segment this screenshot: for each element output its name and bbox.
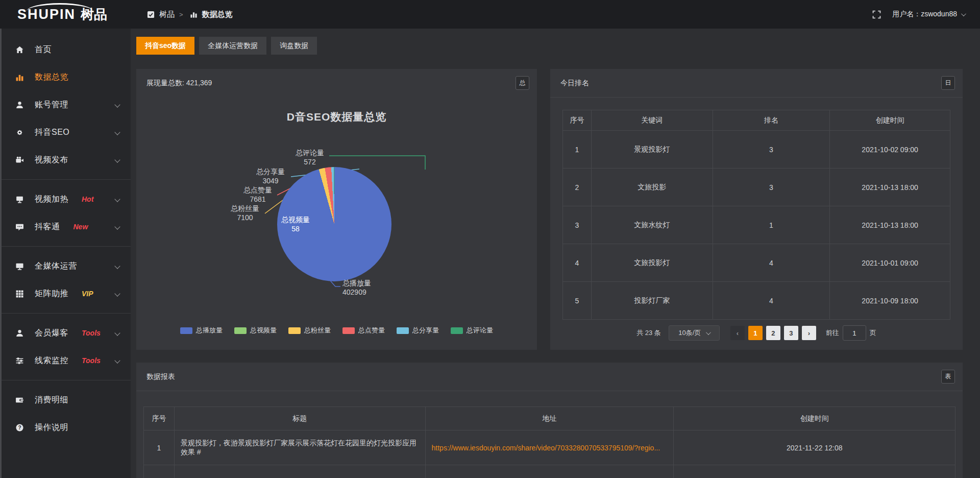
cell-index: 4 <box>563 244 592 282</box>
sidebar-item-media-operation[interactable]: 全媒体运营 <box>0 252 131 280</box>
sidebar-item-label: 全媒体运营 <box>35 261 77 272</box>
tab-inquiry-data[interactable]: 询盘数据 <box>271 37 317 55</box>
cell-index: 1 <box>563 131 592 169</box>
cell-keyword: 投影灯厂家 <box>591 282 713 320</box>
cell-keyword: 景观投影灯 <box>591 131 713 169</box>
table-row: 2 文旅投影 3 2021-10-13 18:00 <box>563 169 950 206</box>
fullscreen-icon[interactable] <box>872 10 881 19</box>
logo-arc <box>27 3 93 11</box>
sidebar-nav: 首页 数据总览 账号管理 抖音SEO 视频发布 视频加热 Hot <box>0 29 131 478</box>
legend-item-plays[interactable]: 总播放量 <box>180 326 223 335</box>
prev-page-button[interactable]: ‹ <box>730 326 745 340</box>
cell-video-link[interactable]: https://www.iesdouyin.com/share/video/70… <box>425 431 674 465</box>
hot-badge: Hot <box>82 195 93 203</box>
sidebar-item-data-overview[interactable]: 数据总览 <box>0 63 131 91</box>
cell-title: 景观投影灯，夜游景观投影灯厂家展示展示落花灯在花园里的灯光投影应用效果 # <box>174 431 425 465</box>
bar-chart-icon <box>15 73 24 82</box>
cell-index: 5 <box>563 282 592 320</box>
sidebar-item-member-growth[interactable]: 会员爆客 Tools <box>0 319 131 347</box>
day-corner-button[interactable]: 日 <box>941 76 955 90</box>
page-size-select[interactable]: 10条/页 <box>669 325 720 341</box>
goto-label: 前往 <box>826 328 839 338</box>
breadcrumb-chart-icon <box>190 11 198 18</box>
pie-label-shares: 总分享量3049 <box>250 167 291 185</box>
chat-bubble-icon <box>15 222 24 231</box>
sidebar-item-label: 矩阵助推 <box>35 289 68 299</box>
legend-swatch <box>342 327 355 334</box>
chevron-down-icon <box>114 263 120 269</box>
col-header-keyword: 关键词 <box>591 110 713 131</box>
rank-table: 序号 关键词 排名 创建时间 1 景观投影灯 3 2021-10-02 09:0… <box>562 110 950 320</box>
legend-item-comments[interactable]: 总评论量 <box>451 326 493 335</box>
table-row: 4 文旅投影灯 4 2021-10-01 09:00 <box>563 244 950 282</box>
goto-suffix: 页 <box>870 328 876 338</box>
cell-rank: 4 <box>713 244 830 282</box>
sidebar-item-matrix-boost[interactable]: 矩阵助推 VIP <box>0 280 131 307</box>
chevron-down-icon <box>114 196 120 202</box>
sidebar-item-label: 数据总览 <box>35 72 68 83</box>
sidebar-item-instructions[interactable]: ? 操作说明 <box>0 414 131 441</box>
page-button-1[interactable]: 1 <box>748 326 763 340</box>
cell-rank: 3 <box>713 169 830 206</box>
sidebar-item-lead-monitor[interactable]: 线索监控 Tools <box>0 347 131 374</box>
report-table-header-row: 序号 标题 地址 创建时间 <box>144 407 955 431</box>
username-label: 用户名：zswodun88 <box>892 10 957 19</box>
user-menu[interactable]: 用户名：zswodun88 <box>892 10 965 19</box>
tab-douyin-seo-data[interactable]: 抖音seo数据 <box>136 37 194 55</box>
chevron-down-icon <box>114 357 120 363</box>
legend-item-videos[interactable]: 总视频量 <box>234 326 277 335</box>
svg-text:?: ? <box>18 424 21 430</box>
legend-swatch <box>234 327 247 334</box>
cell-keyword: 文旅投影灯 <box>591 244 713 282</box>
legend-item-likes[interactable]: 总点赞量 <box>342 326 385 335</box>
home-icon <box>15 45 24 54</box>
table-corner-button[interactable]: 表 <box>941 370 955 384</box>
page-button-2[interactable]: 2 <box>766 326 780 340</box>
page-button-3[interactable]: 3 <box>784 326 798 340</box>
wallet-icon <box>15 395 24 404</box>
pagination-total: 共 23 条 <box>636 328 661 338</box>
table-row: 3 文旅水纹灯 1 2021-10-13 18:00 <box>563 206 950 244</box>
col-header-rank: 排名 <box>713 110 830 131</box>
sidebar-item-home[interactable]: 首页 <box>0 36 131 63</box>
chevron-down-icon <box>114 102 120 107</box>
pie-label-plays: 总播放量402909 <box>342 278 391 297</box>
goto-page-input[interactable] <box>843 325 866 341</box>
cell-rank: 3 <box>713 131 830 169</box>
chevron-down-icon <box>114 157 120 162</box>
next-page-button[interactable]: › <box>802 326 816 340</box>
cell-created: 2021-10-01 09:00 <box>830 244 950 282</box>
sidebar-divider <box>0 313 131 314</box>
rank-table-header-row: 序号 关键词 排名 创建时间 <box>563 110 950 131</box>
sidebar-item-account-management[interactable]: 账号管理 <box>0 91 131 118</box>
legend-item-shares[interactable]: 总分享量 <box>397 326 439 335</box>
legend-item-fans[interactable]: 总粉丝量 <box>288 326 331 335</box>
member-icon <box>15 328 24 338</box>
legend-swatch <box>397 327 409 334</box>
total-corner-button[interactable]: 总 <box>516 76 529 90</box>
cell-created: 2021-11-22 12:08 <box>674 431 955 465</box>
cell-keyword: 文旅水纹灯 <box>591 206 713 244</box>
chevron-down-icon <box>961 11 966 16</box>
sidebar-divider <box>0 179 131 180</box>
pagination: 共 23 条 10条/页 ‹ 1 2 3 › 前往 页 <box>550 325 963 341</box>
cell-keyword: 文旅投影 <box>591 169 713 206</box>
tab-media-operation-data[interactable]: 全媒体运营数据 <box>199 37 266 55</box>
pie-label-comments: 总评论量572 <box>289 148 330 166</box>
cell-created: 2021-10-09 18:00 <box>830 282 950 320</box>
sidebar-item-douketong[interactable]: 抖客通 New <box>0 213 131 241</box>
sidebar-item-douyin-seo[interactable]: 抖音SEO <box>0 118 131 146</box>
table-row: 1 景观投影灯，夜游景观投影灯厂家展示展示落花灯在花园里的灯光投影应用效果 # … <box>144 431 955 465</box>
sliders-icon <box>15 356 24 365</box>
cell-rank: 1 <box>713 206 830 244</box>
top-header: SHUPIN 树品 树品 > 数据总览 用户名：zswodun88 <box>0 0 980 29</box>
sidebar-item-video-heat[interactable]: 视频加热 Hot <box>0 185 131 213</box>
app-logo: SHUPIN 树品 <box>0 6 131 23</box>
sidebar-item-video-publish[interactable]: 视频发布 <box>0 146 131 174</box>
sidebar-item-expense-detail[interactable]: 消费明细 <box>0 386 131 414</box>
impressions-title: 展现量总数: 421,369 <box>136 69 537 98</box>
chevron-down-icon <box>706 330 711 335</box>
page-size-value: 10条/页 <box>678 328 701 338</box>
breadcrumb-root[interactable]: 树品 <box>159 10 175 19</box>
chevron-down-icon <box>114 129 120 135</box>
